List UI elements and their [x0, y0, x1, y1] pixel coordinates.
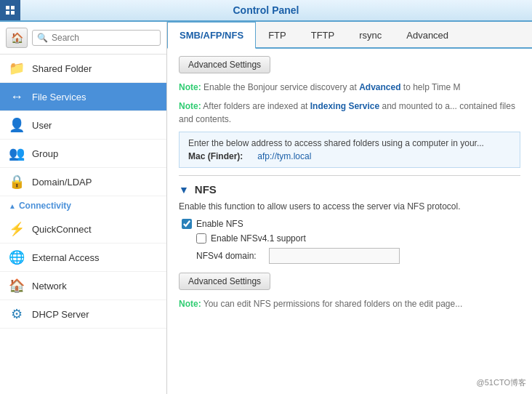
note-bonjour: Note: Enable the Bonjour service discove… [179, 81, 520, 94]
svg-rect-1 [11, 6, 15, 9]
domain-icon: 🔒 [9, 174, 25, 190]
top-advanced-settings-button[interactable]: Advanced Settings [179, 56, 270, 73]
sidebar-label-file-services: File Services [32, 92, 86, 102]
tab-advanced[interactable]: Advanced [394, 22, 461, 49]
nfs-note: Note: You can edit NFS permissions for s… [179, 297, 520, 310]
section-divider [179, 175, 520, 176]
note-indexing: Note: After folders are indexed at Index… [179, 100, 520, 126]
quickconnect-icon: ⚡ [9, 221, 25, 237]
tab-tftp[interactable]: TFTP [299, 22, 347, 49]
content-body: Advanced Settings Note: Enable the Bonjo… [167, 49, 532, 394]
sidebar-label-domain-ldap: Domain/LDAP [32, 177, 92, 188]
external-icon: 🌐 [9, 249, 25, 265]
sidebar-item-shared-folder[interactable]: 📁 Shared Folder [0, 55, 166, 83]
tab-rsync[interactable]: rsync [347, 22, 394, 49]
search-box[interactable]: 🔍 [32, 30, 161, 46]
sidebar-item-network[interactable]: 🏠 Network [0, 272, 166, 300]
afp-address-row: Mac (Finder): afp://tym.local [188, 151, 511, 161]
nfsv4-domain-input[interactable] [269, 248, 400, 264]
sidebar-label-shared-folder: Shared Folder [32, 63, 92, 74]
nfsv4-domain-row: NFSv4 domain: [179, 248, 520, 264]
nfsv4-domain-label: NFSv4 domain: [196, 251, 262, 261]
nfs-section-title: NFS [195, 183, 217, 196]
sidebar-item-quickconnect[interactable]: ⚡ QuickConnect [0, 215, 166, 244]
network-icon: 🏠 [9, 278, 25, 294]
dhcp-icon: ⚙ [9, 306, 25, 322]
note1-prefix: Note: [179, 82, 201, 92]
sidebar-item-group[interactable]: 👥 Group [0, 140, 166, 168]
file-services-icon: ↔ [9, 89, 25, 105]
sidebar-item-external-access[interactable]: 🌐 External Access [0, 244, 166, 272]
user-icon: 👤 [9, 117, 25, 133]
connectivity-label: Connectivity [19, 201, 71, 211]
chevron-up-icon: ▲ [9, 202, 16, 210]
sidebar-label-quickconnect: QuickConnect [32, 224, 92, 235]
sidebar-label-user: User [32, 120, 52, 131]
indexing-service-link[interactable]: Indexing Service [310, 101, 379, 111]
sidebar-top: 🏠 🔍 [0, 22, 166, 55]
sidebar-label-dhcp-server: DHCP Server [32, 309, 89, 320]
window-title: Control Panel [233, 4, 299, 16]
sidebar-item-file-services[interactable]: ↔ File Services [0, 83, 166, 111]
svg-rect-0 [6, 6, 9, 9]
main-layout: 🏠 🔍 📁 Shared Folder ↔ File Services 👤 [0, 22, 532, 394]
home-button[interactable]: 🏠 [6, 28, 28, 48]
svg-rect-3 [11, 11, 15, 15]
sidebar-label-network: Network [32, 281, 67, 292]
enable-nfs-row: Enable NFS [179, 219, 520, 229]
afp-info-desc: Enter the below address to access shared… [188, 138, 511, 148]
folder-icon: 📁 [9, 60, 25, 76]
mac-finder-label: Mac (Finder): [188, 151, 243, 161]
title-bar: Control Panel [0, 0, 532, 22]
nfs-advanced-settings-button[interactable]: Advanced Settings [179, 273, 270, 290]
nfs-chevron-icon[interactable]: ▼ [179, 184, 189, 196]
connectivity-section-header[interactable]: ▲ Connectivity [0, 196, 166, 215]
search-icon: 🔍 [37, 33, 48, 43]
tab-smb-afp-nfs[interactable]: SMB/AFP/NFS [167, 22, 256, 49]
mac-finder-value: afp://tym.local [257, 151, 311, 161]
advanced-link[interactable]: Advanced [359, 82, 400, 92]
sidebar-item-dhcp-server[interactable]: ⚙ DHCP Server [0, 300, 166, 329]
enable-nfsv4-row: Enable NFSv4.1 support [179, 233, 520, 244]
sidebar-item-domain-ldap[interactable]: 🔒 Domain/LDAP [0, 168, 166, 196]
sidebar-label-external-access: External Access [32, 252, 100, 263]
nfs-description: Enable this function to allow users to a… [179, 201, 520, 212]
tab-ftp[interactable]: FTP [256, 22, 299, 49]
sidebar-label-group: Group [32, 148, 58, 159]
note2-prefix: Note: [179, 101, 201, 111]
enable-nfs-checkbox[interactable] [182, 219, 192, 229]
app-logo [0, 0, 20, 20]
enable-nfsv4-checkbox[interactable] [196, 233, 206, 244]
svg-rect-2 [6, 11, 9, 15]
content-area: SMB/AFP/NFS FTP TFTP rsync Advanced Adva… [167, 22, 532, 394]
tab-bar: SMB/AFP/NFS FTP TFTP rsync Advanced [167, 22, 532, 49]
watermark: @51CTO博客 [477, 377, 526, 388]
afp-info-box: Enter the below address to access shared… [179, 132, 520, 168]
nfs-section-header: ▼ NFS [179, 183, 520, 196]
sidebar: 🏠 🔍 📁 Shared Folder ↔ File Services 👤 [0, 22, 167, 394]
home-icon: 🏠 [11, 32, 23, 44]
search-input[interactable] [52, 33, 156, 43]
enable-nfs-label: Enable NFS [196, 219, 243, 229]
sidebar-item-user[interactable]: 👤 User [0, 111, 166, 140]
enable-nfsv4-label: Enable NFSv4.1 support [211, 233, 306, 244]
group-icon: 👥 [9, 145, 25, 161]
